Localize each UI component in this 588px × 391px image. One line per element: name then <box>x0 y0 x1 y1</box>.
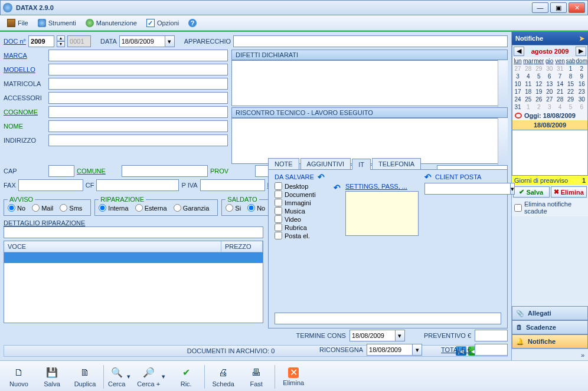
side-elimina-button[interactable]: ✖Elimina <box>551 186 587 198</box>
it-bottom-input[interactable] <box>275 313 501 324</box>
cerca-plus-button[interactable]: 🔎Cerca +▾ <box>135 363 169 390</box>
comune-input[interactable] <box>122 165 208 177</box>
cal-day[interactable]: 30 <box>544 65 555 73</box>
cal-day[interactable]: 15 <box>566 80 576 88</box>
preventivo-input[interactable] <box>475 330 508 341</box>
data-input[interactable] <box>119 35 165 47</box>
cal-day[interactable]: 16 <box>576 80 587 88</box>
cal-day[interactable]: 13 <box>544 80 555 88</box>
cal-day[interactable]: 4 <box>555 103 566 111</box>
cal-day[interactable]: 27 <box>544 96 555 103</box>
cal-day[interactable]: 14 <box>555 80 566 88</box>
undo-icon[interactable]: ↶ <box>424 172 432 182</box>
tab-note[interactable]: NOTE <box>268 158 299 169</box>
col-prezzo[interactable]: PREZZO <box>221 241 263 252</box>
matricola-input[interactable] <box>48 78 228 90</box>
cal-day[interactable]: 30 <box>576 96 587 103</box>
minimize-button[interactable]: — <box>532 2 548 13</box>
riconsegna-dd[interactable]: ▾ <box>413 344 422 356</box>
chk-musica[interactable]: Musica <box>275 207 325 215</box>
termine-input[interactable] <box>349 330 396 341</box>
rip-esterna[interactable]: Esterna <box>135 204 167 212</box>
avviso-mail[interactable]: Mail <box>32 204 53 212</box>
cal-day[interactable]: 12 <box>534 80 544 88</box>
elimina-button[interactable]: ✕Elimina <box>277 363 310 390</box>
chk-posta[interactable]: Posta el. <box>275 232 325 239</box>
cal-day[interactable]: 8 <box>566 73 576 80</box>
cal-day[interactable]: 7 <box>555 73 566 80</box>
col-voce[interactable]: VOCE <box>4 241 221 252</box>
chk-desktop[interactable]: Desktop <box>275 182 325 190</box>
marca-input[interactable] <box>48 50 228 61</box>
cal-day[interactable]: 10 <box>512 80 523 88</box>
cal-day[interactable]: 24 <box>512 96 523 103</box>
chevron-down-icon[interactable]: » <box>581 351 584 359</box>
cal-day[interactable]: 31 <box>512 103 523 111</box>
cal-next[interactable]: ▶ <box>576 47 586 56</box>
cal-prev[interactable]: ◀ <box>514 47 524 56</box>
cal-day[interactable]: 11 <box>523 80 534 88</box>
termine-dd[interactable]: ▾ <box>396 330 405 341</box>
rip-interna[interactable]: Interna <box>99 204 128 212</box>
rip-garanzia[interactable]: Garanzia <box>174 204 210 212</box>
cal-day[interactable]: 28 <box>555 96 566 103</box>
cap-input[interactable] <box>48 165 74 177</box>
menu-opzioni[interactable]: ✓Opzioni <box>143 18 182 28</box>
marca-label[interactable]: MARCA <box>4 52 46 59</box>
cal-day[interactable]: 2 <box>576 65 587 73</box>
accessori-input[interactable] <box>48 92 228 104</box>
settings-link[interactable]: SETTINGS, PASS, ... <box>345 183 419 190</box>
ric-button[interactable]: ✔Ric. <box>169 363 202 390</box>
cal-day[interactable]: 29 <box>566 96 576 103</box>
indirizzo-input[interactable] <box>48 134 228 146</box>
notifiche-list[interactable] <box>512 130 588 176</box>
menu-help[interactable]: ? <box>185 18 200 28</box>
riconsegna-input[interactable] <box>367 344 413 356</box>
salva-button[interactable]: 💾Salva <box>35 363 68 390</box>
menu-manutenzione[interactable]: Manutenzione <box>82 18 141 28</box>
riscontro-textarea[interactable] <box>231 118 508 164</box>
nome-input[interactable] <box>48 120 228 132</box>
docn-spinner[interactable]: ▲▼ <box>57 35 65 47</box>
cal-day[interactable]: 23 <box>576 88 587 96</box>
totale-input[interactable] <box>475 344 508 356</box>
fax-input[interactable] <box>18 179 83 191</box>
totale-label[interactable]: TOTALE € <box>441 346 471 353</box>
cal-day[interactable]: 6 <box>576 103 587 111</box>
cal-day[interactable]: 6 <box>544 73 555 80</box>
elim-scadute-check[interactable]: Elimina notifiche scadute <box>512 199 588 216</box>
cal-day[interactable]: 25 <box>523 96 534 103</box>
cal-day[interactable]: 5 <box>566 103 576 111</box>
cal-day[interactable]: 21 <box>555 88 566 96</box>
cal-day[interactable]: 27 <box>512 65 523 73</box>
dettaglio-table[interactable]: VOCE PREZZO <box>4 241 263 323</box>
cal-day[interactable]: 31 <box>555 65 566 73</box>
dettaglio-note-input[interactable] <box>4 226 263 238</box>
cal-day[interactable]: 9 <box>576 73 587 80</box>
avviso-sms[interactable]: Sms <box>60 204 82 212</box>
chk-rubrica[interactable]: Rubrica <box>275 224 325 231</box>
modello-input[interactable] <box>48 64 228 75</box>
tab-aggiuntivi[interactable]: AGGIUNTIVI <box>300 158 351 169</box>
cal-day[interactable]: 26 <box>534 96 544 103</box>
comune-label[interactable]: COMUNE <box>77 167 119 175</box>
cal-day[interactable]: 20 <box>544 88 555 96</box>
undo-icon[interactable]: ↶ <box>318 172 325 182</box>
chk-video[interactable]: Video <box>275 215 325 223</box>
client-posta-combo[interactable] <box>424 183 511 195</box>
piva-input[interactable] <box>200 179 265 191</box>
saldato-si[interactable]: Si <box>226 204 241 212</box>
tab-telefonia[interactable]: TELEFONIA <box>372 158 421 169</box>
cognome-input[interactable] <box>48 106 228 118</box>
cal-day[interactable]: 19 <box>534 88 544 96</box>
cal-day[interactable]: 4 <box>523 73 534 80</box>
settings-textarea[interactable] <box>345 191 419 236</box>
client-posta-dropdown[interactable]: ▾ <box>511 183 515 195</box>
chk-documenti[interactable]: Documenti <box>275 190 325 198</box>
table-row-selected[interactable] <box>4 252 263 263</box>
menu-strumenti[interactable]: Strumenti <box>34 18 80 28</box>
cal-day[interactable]: 5 <box>534 73 544 80</box>
close-button[interactable]: ✕ <box>569 2 585 13</box>
tab-it[interactable]: IT <box>352 159 371 170</box>
menu-file[interactable]: File <box>4 18 32 28</box>
